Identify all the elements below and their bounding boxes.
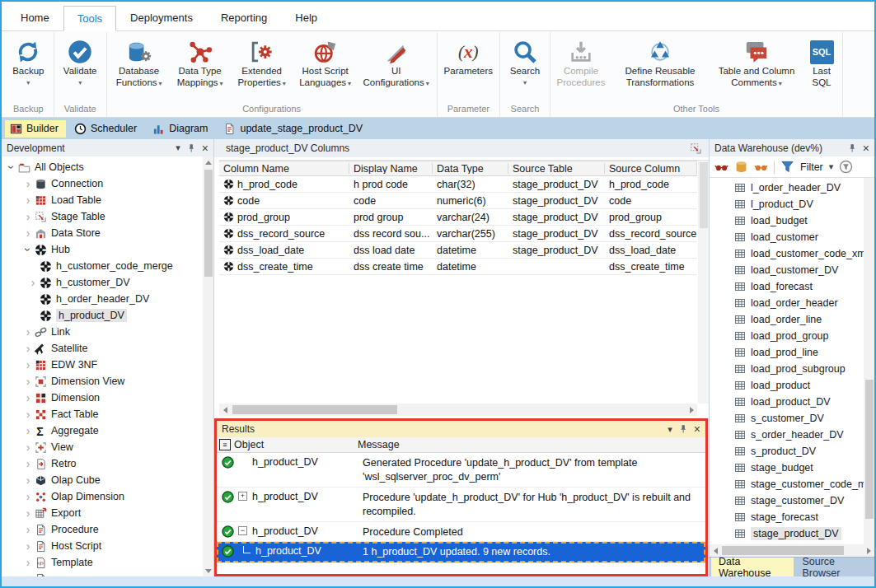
tree-item-hub[interactable]: Hub bbox=[2, 241, 203, 258]
tab-scheduler[interactable]: Scheduler bbox=[69, 120, 144, 138]
tree-item-stage-table[interactable]: Stage Table bbox=[2, 208, 203, 225]
dw-item[interactable]: l_product_DV bbox=[710, 196, 864, 212]
dw-item[interactable]: s_customer_DV bbox=[710, 410, 864, 427]
col-header-display-name[interactable]: Display Name bbox=[349, 163, 433, 174]
backup-button[interactable]: Backup bbox=[5, 32, 51, 86]
tree-item-olap-dimension[interactable]: Olap Dimension bbox=[2, 488, 203, 505]
dw-item[interactable]: load_customer_code_xml bbox=[710, 245, 864, 262]
compile-procedures-button[interactable]: Compile Procedures bbox=[552, 32, 610, 88]
results-row[interactable]: h_product_DV Procedure 'update_h_product… bbox=[217, 488, 705, 522]
close-icon[interactable] bbox=[202, 142, 208, 154]
filter-label[interactable]: Filter bbox=[800, 161, 823, 173]
results-row[interactable]: h_product_DV Generated Procedure 'update… bbox=[217, 453, 705, 488]
close-icon[interactable] bbox=[863, 142, 869, 154]
tree-item-export[interactable]: Export bbox=[2, 505, 203, 521]
tree-item-all-objects[interactable]: All Objects bbox=[2, 159, 203, 175]
parameters-button[interactable]: (x) Parameters bbox=[439, 32, 497, 77]
tree-item-h-order-header-dv[interactable]: h_order_header_DV bbox=[2, 291, 203, 307]
results-col-message[interactable]: Message bbox=[358, 439, 400, 450]
dw-item[interactable]: l_order_header_DV bbox=[710, 180, 864, 196]
pin-icon[interactable] bbox=[847, 143, 857, 153]
tab-builder[interactable]: Builder bbox=[5, 120, 66, 138]
tree-item-h-customer-code-merge[interactable]: h_customer_code_merge bbox=[2, 258, 203, 274]
browse-glasses-icon[interactable] bbox=[714, 160, 728, 174]
dw-item[interactable]: load_order_header bbox=[710, 295, 864, 311]
col-header-data-type[interactable]: Data Type bbox=[433, 163, 508, 174]
col-header-source-column[interactable]: Source Column bbox=[605, 163, 697, 174]
grid-row[interactable]: h_prod_code h prod code char(32) stage_p… bbox=[219, 176, 697, 193]
dw-item[interactable]: s_product_DV bbox=[710, 443, 864, 460]
extended-properties-button[interactable]: Extended Properties bbox=[231, 32, 293, 88]
menu-home[interactable]: Home bbox=[7, 5, 63, 30]
tree-item-satellite[interactable]: Satellite bbox=[2, 340, 203, 357]
tree-item-h-customer-dv[interactable]: h_customer_DV bbox=[2, 274, 203, 291]
define-reusable-transformations-button[interactable]: Define Reusable Transformations bbox=[610, 32, 710, 88]
tree-item-load-table[interactable]: Load Table bbox=[2, 192, 203, 208]
database-functions-button[interactable]: Database Functions bbox=[109, 32, 170, 88]
grid-row[interactable]: prod_group prod group varchar(24) stage_… bbox=[219, 209, 697, 226]
collapse-minus-icon[interactable] bbox=[238, 526, 247, 535]
dw-horizontal-scrollbar[interactable] bbox=[710, 544, 874, 557]
menu-tools[interactable]: Tools bbox=[63, 6, 116, 31]
tree-item-aggregate[interactable]: Aggregate bbox=[2, 422, 203, 439]
results-col-object[interactable]: Object bbox=[234, 439, 358, 450]
tab-update-stage-product-dv[interactable]: update_stage_product_DV bbox=[218, 120, 370, 138]
dw-item[interactable]: stage_customer_DV bbox=[710, 492, 864, 509]
pin-icon[interactable] bbox=[186, 143, 196, 153]
grid-row[interactable]: dss_record_source dss record sou... varc… bbox=[219, 226, 697, 242]
last-sql-button[interactable]: SQL Last SQL bbox=[803, 32, 841, 88]
tree-item-template[interactable]: Template bbox=[2, 554, 203, 571]
tree-item-connection[interactable]: Connection bbox=[2, 175, 203, 192]
grid-vertical-scrollbar[interactable] bbox=[698, 161, 709, 404]
dw-item[interactable]: stage_customer_code_mer bbox=[710, 476, 864, 492]
tree-item-h-product-dv[interactable]: h_product_DV bbox=[2, 307, 203, 324]
menu-deployments[interactable]: Deployments bbox=[116, 5, 207, 30]
browse-source-glasses-icon[interactable] bbox=[754, 160, 768, 174]
filter-dropdown-caret-icon[interactable] bbox=[829, 162, 834, 171]
tree-item-fact-table[interactable]: Fact Table bbox=[2, 406, 203, 422]
filter-settings-icon[interactable] bbox=[839, 160, 853, 174]
dw-item[interactable]: load_product bbox=[710, 377, 864, 394]
pin-icon[interactable] bbox=[678, 424, 688, 434]
dw-item[interactable]: s_order_header_DV bbox=[710, 427, 864, 443]
expand-plus-icon[interactable] bbox=[238, 492, 247, 501]
tree-item-edw-3nf[interactable]: EDW 3NF bbox=[2, 357, 203, 373]
tree-item-procedure[interactable]: Procedure bbox=[2, 521, 203, 538]
detach-icon[interactable] bbox=[690, 142, 702, 155]
left-tree-scrollbar[interactable] bbox=[203, 156, 213, 576]
tree-item-view[interactable]: View bbox=[2, 439, 203, 455]
dw-item[interactable]: load_prod_subgroup bbox=[710, 361, 864, 377]
tree-item-olap-cube[interactable]: Olap Cube bbox=[2, 472, 203, 488]
grid-row[interactable]: code code numeric(6) stage_product_DV co… bbox=[219, 193, 697, 209]
col-header-source-table[interactable]: Source Table bbox=[508, 163, 605, 174]
results-row[interactable]: h_product_DV Procedure Completed bbox=[217, 522, 705, 543]
search-button[interactable]: Search bbox=[502, 32, 548, 86]
results-row-selected[interactable]: h_product_DV 1 h_product_DV updated. 9 n… bbox=[217, 542, 705, 562]
validate-button[interactable]: Validate bbox=[56, 32, 104, 86]
dw-item[interactable]: load_forecast bbox=[710, 278, 864, 295]
dw-item[interactable]: load_customer_DV bbox=[710, 262, 864, 278]
ui-configurations-button[interactable]: UI Configurations bbox=[358, 32, 435, 88]
dw-item[interactable]: load_prod_group bbox=[710, 328, 864, 344]
dw-item[interactable]: stage_budget bbox=[710, 460, 864, 476]
tree-item-dimension-view[interactable]: Dimension View bbox=[2, 373, 203, 390]
grid-horizontal-scrollbar[interactable] bbox=[219, 404, 697, 416]
menu-reporting[interactable]: Reporting bbox=[207, 5, 281, 30]
tree-item-partial[interactable] bbox=[2, 571, 203, 576]
tree-item-retro[interactable]: Retro bbox=[2, 455, 203, 472]
dw-item[interactable]: stage_forecast bbox=[710, 509, 864, 525]
col-header-column-name[interactable]: Column Name bbox=[219, 163, 349, 174]
dw-item[interactable]: load_customer bbox=[710, 229, 864, 245]
dw-item[interactable]: load_prod_line bbox=[710, 344, 864, 361]
dw-item[interactable]: load_product_DV bbox=[710, 394, 864, 410]
tab-data-warehouse[interactable]: Data Warehouse bbox=[711, 558, 794, 576]
close-icon[interactable] bbox=[694, 423, 700, 435]
tab-source-browser[interactable]: Source Browser bbox=[794, 558, 874, 576]
dw-item[interactable]: load_budget bbox=[710, 212, 864, 229]
tree-item-data-store[interactable]: Data Store bbox=[2, 225, 203, 241]
grid-row[interactable]: dss_create_time dss create time datetime… bbox=[219, 259, 697, 275]
panel-menu-caret-icon[interactable] bbox=[668, 425, 672, 434]
tab-diagram[interactable]: Diagram bbox=[148, 120, 215, 138]
dw-item-selected[interactable]: stage_product_DV bbox=[710, 525, 864, 542]
filter-icon[interactable] bbox=[780, 160, 794, 174]
